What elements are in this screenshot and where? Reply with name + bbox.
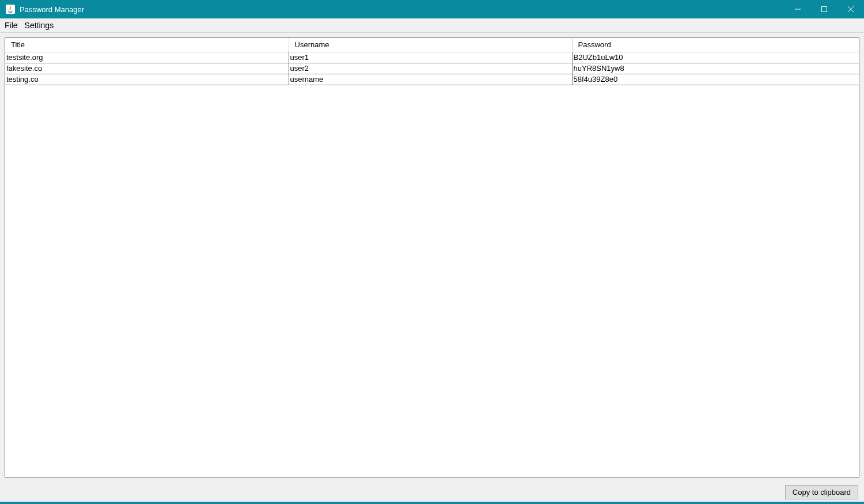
- close-button[interactable]: [838, 0, 864, 18]
- menu-bar: File Settings: [0, 18, 864, 33]
- cell-title[interactable]: fakesite.co: [5, 63, 289, 74]
- content-area: Title Username Password testsite.orguser…: [0, 33, 864, 482]
- title-bar[interactable]: Password Manager: [0, 0, 864, 18]
- cell-password[interactable]: huYR8SN1yw8: [572, 63, 859, 74]
- table-row[interactable]: testing.cousername58f4u39Z8e0: [5, 74, 859, 85]
- java-app-icon: [6, 5, 15, 14]
- maximize-button[interactable]: [811, 0, 838, 18]
- menu-settings[interactable]: Settings: [21, 20, 58, 31]
- svg-rect-2: [822, 7, 827, 12]
- cell-username[interactable]: user1: [289, 52, 572, 63]
- table-row[interactable]: testsite.orguser1B2UZb1uLw10: [5, 52, 859, 63]
- cell-username[interactable]: username: [289, 74, 572, 85]
- menu-file[interactable]: File: [1, 20, 21, 31]
- bottom-bar: Copy to clipboard: [0, 482, 864, 502]
- col-header-password[interactable]: Password: [572, 38, 859, 52]
- cell-title[interactable]: testsite.org: [5, 52, 289, 63]
- password-table-container: Title Username Password testsite.orguser…: [5, 37, 859, 478]
- table-header-row: Title Username Password: [5, 38, 859, 52]
- table-row[interactable]: fakesite.couser2huYR8SN1yw8: [5, 63, 859, 74]
- cell-username[interactable]: user2: [289, 63, 572, 74]
- minimize-button[interactable]: [785, 0, 811, 18]
- password-table: Title Username Password testsite.orguser…: [5, 38, 859, 85]
- copy-to-clipboard-button[interactable]: Copy to clipboard: [785, 485, 858, 499]
- cell-title[interactable]: testing.co: [5, 74, 289, 85]
- table-body: testsite.orguser1B2UZb1uLw10fakesite.cou…: [5, 52, 859, 85]
- window-bottom-edge: [0, 502, 864, 504]
- window-title: Password Manager: [20, 5, 84, 14]
- col-header-username[interactable]: Username: [289, 38, 572, 52]
- app-window: Password Manager File Settings: [0, 0, 864, 504]
- cell-password[interactable]: B2UZb1uLw10: [572, 52, 859, 63]
- cell-password[interactable]: 58f4u39Z8e0: [572, 74, 859, 85]
- col-header-title[interactable]: Title: [5, 38, 289, 52]
